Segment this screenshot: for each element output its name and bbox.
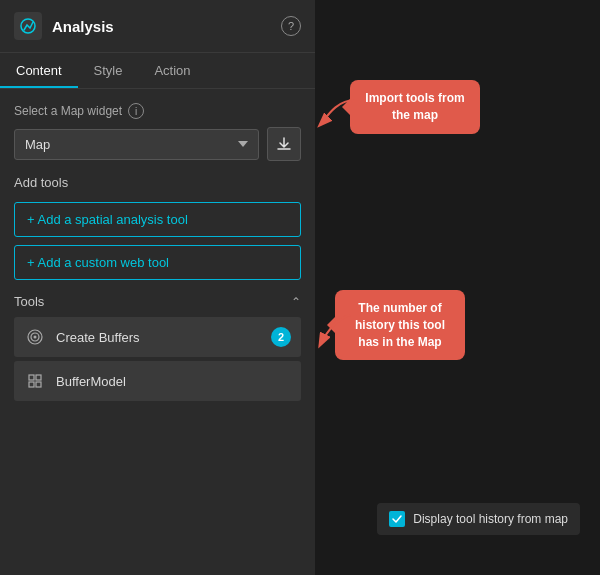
chevron-up-icon[interactable]: ⌃ [291,295,301,309]
panel-header: Analysis ? [0,0,315,53]
tools-section: Tools ⌃ Create Buffers 2 [14,294,301,405]
tab-action[interactable]: Action [138,53,206,88]
tab-content[interactable]: Content [0,53,78,88]
svg-rect-7 [36,382,41,387]
add-tools-label: Add tools [14,175,301,190]
buffer-model-icon [24,370,46,392]
svg-point-3 [34,336,37,339]
panel-body: Select a Map widget i Map Add tools + Ad [0,89,315,575]
tool-badge-create-buffers: 2 [271,327,291,347]
tools-header: Tools ⌃ [14,294,301,309]
add-custom-tool-button[interactable]: + Add a custom web tool [14,245,301,280]
tab-style[interactable]: Style [78,53,139,88]
map-widget-info-icon[interactable]: i [128,103,144,119]
map-widget-section: Select a Map widget i Map [14,103,301,161]
import-tooltip: Import tools from the map [350,80,480,134]
map-select-row: Map [14,127,301,161]
svg-rect-4 [29,375,34,380]
tools-header-label: Tools [14,294,44,309]
import-button[interactable] [267,127,301,161]
svg-rect-6 [29,382,34,387]
right-panel: Import tools from the map The number of … [315,0,600,575]
display-history-row[interactable]: Display tool history from map [377,503,580,535]
history-arrow [315,295,365,355]
tool-name-buffer-model: BufferModel [56,374,291,389]
tool-item-buffer-model[interactable]: BufferModel [14,361,301,401]
panel: Analysis ? Content Style Action Select a… [0,0,315,575]
tool-name-create-buffers: Create Buffers [56,330,261,345]
display-history-checkbox[interactable] [389,511,405,527]
create-buffers-icon [24,326,46,348]
help-icon[interactable]: ? [281,16,301,36]
map-widget-label: Select a Map widget i [14,103,301,119]
svg-rect-5 [36,375,41,380]
tabs-container: Content Style Action [0,53,315,89]
tool-item-create-buffers[interactable]: Create Buffers 2 [14,317,301,357]
import-arrow [315,70,365,130]
display-history-label: Display tool history from map [413,512,568,526]
add-spatial-tool-button[interactable]: + Add a spatial analysis tool [14,202,301,237]
add-tools-section: Add tools + Add a spatial analysis tool … [14,175,301,280]
map-select[interactable]: Map [14,129,259,160]
panel-title: Analysis [52,18,271,35]
analysis-icon [14,12,42,40]
